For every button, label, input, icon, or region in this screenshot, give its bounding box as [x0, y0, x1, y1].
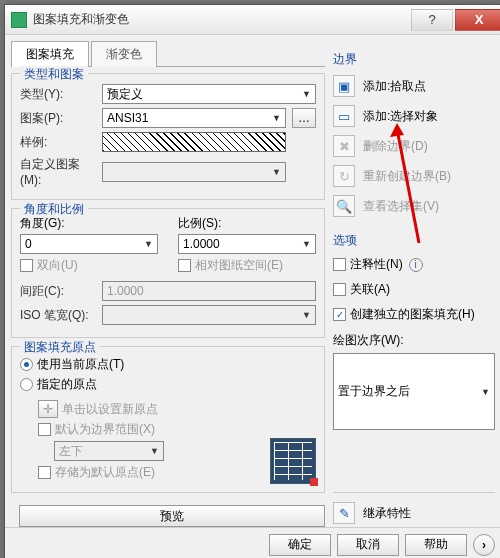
- btn-inherit[interactable]: ✎继承特性: [333, 499, 495, 527]
- label-draw-order: 绘图次序(W):: [333, 332, 495, 349]
- input-spacing-value: 1.0000: [107, 284, 144, 298]
- check-separate-label: 创建独立的图案填充(H): [350, 306, 475, 323]
- tab-strip: 图案填充 渐变色: [11, 41, 325, 67]
- group-origin: 图案填充原点 使用当前原点(T) 指定的原点 ✛单击以设置新原点 默认为边界范围…: [11, 346, 325, 493]
- window-title: 图案填充和渐变色: [33, 11, 409, 28]
- group-type-pattern: 类型和图案 类型(Y): 预定义▼ 图案(P): ANSI31▼ … 样例: 自…: [11, 73, 325, 200]
- combo-draw-order-value: 置于边界之后: [338, 383, 410, 400]
- app-icon: [11, 12, 27, 28]
- group-title: 角度和比例: [20, 201, 88, 218]
- radio-specified-label: 指定的原点: [37, 376, 97, 393]
- check-separate[interactable]: ✓创建独立的图案填充(H): [333, 306, 495, 323]
- combo-origin-pos: 左下▼: [54, 441, 164, 461]
- recreate-boundary-icon: ↻: [333, 165, 355, 187]
- view-selection-icon: 🔍: [333, 195, 355, 217]
- btn-add-pick-label: 添加:拾取点: [363, 78, 426, 95]
- tab-gradient[interactable]: 渐变色: [91, 41, 157, 67]
- dialog-window: 图案填充和渐变色 ? X 图案填充 渐变色 类型和图案 类型(Y): 预定义▼ …: [4, 4, 500, 558]
- help-button[interactable]: ?: [411, 9, 453, 31]
- pattern-browse-button[interactable]: …: [292, 108, 316, 128]
- btn-add-select-label: 添加:选择对象: [363, 108, 438, 125]
- label-scale: 比例(S):: [178, 215, 316, 232]
- label-spacing: 间距(C):: [20, 283, 96, 300]
- chevron-down-icon: ▼: [302, 239, 311, 249]
- chevron-right-icon: ›: [482, 538, 486, 552]
- radio-specified[interactable]: 指定的原点: [20, 376, 316, 393]
- combo-angle[interactable]: 0▼: [20, 234, 158, 254]
- label-type: 类型(Y):: [20, 86, 96, 103]
- btn-recreate-boundary: ↻重新创建边界(B): [333, 162, 495, 190]
- boundary-title: 边界: [333, 51, 495, 68]
- radio-use-current[interactable]: 使用当前原点(T): [20, 356, 316, 373]
- chevron-down-icon: ▼: [481, 387, 490, 397]
- check-store-default-label: 存储为默认原点(E): [55, 464, 155, 481]
- combo-scale-value: 1.0000: [183, 237, 220, 251]
- check-annotative-label: 注释性(N): [350, 256, 403, 273]
- ok-button-label: 确定: [288, 536, 312, 553]
- ok-button[interactable]: 确定: [269, 534, 331, 556]
- radio-use-current-label: 使用当前原点(T): [37, 356, 124, 373]
- cancel-button-label: 取消: [356, 536, 380, 553]
- check-double[interactable]: 双向(U): [20, 257, 158, 274]
- tab-hatch[interactable]: 图案填充: [11, 41, 89, 67]
- group-angle-scale: 角度和比例 角度(G): 0▼ 双向(U) 比例(S): 1.0000▼ 相对图…: [11, 208, 325, 338]
- combo-draw-order[interactable]: 置于边界之后▼: [333, 353, 495, 430]
- group-title: 类型和图案: [20, 66, 88, 83]
- right-panel: 边界 ▣添加:拾取点 ▭添加:选择对象 ✖删除边界(D) ↻重新创建边界(B) …: [329, 41, 497, 527]
- check-default-extent: 默认为边界范围(X): [38, 421, 260, 438]
- combo-pattern-value: ANSI31: [107, 111, 148, 125]
- label-iso-pen: ISO 笔宽(Q):: [20, 307, 96, 324]
- crosshair-icon: ✛: [38, 400, 58, 418]
- sample-swatch[interactable]: [102, 132, 286, 152]
- chevron-down-icon: ▼: [150, 446, 159, 456]
- combo-custom: ▼: [102, 162, 286, 182]
- btn-add-select[interactable]: ▭添加:选择对象: [333, 102, 495, 130]
- btn-viewsel-label: 查看选择集(V): [363, 198, 439, 215]
- label-sample: 样例:: [20, 134, 96, 151]
- title-bar: 图案填充和渐变色 ? X: [5, 5, 500, 35]
- combo-origin-pos-value: 左下: [59, 443, 83, 460]
- chevron-down-icon: ▼: [144, 239, 153, 249]
- label-custom: 自定义图案(M):: [20, 156, 96, 187]
- chevron-down-icon: ▼: [302, 310, 311, 320]
- combo-iso-pen: ▼: [102, 305, 316, 325]
- close-button[interactable]: X: [455, 9, 500, 31]
- chevron-down-icon: ▼: [272, 167, 281, 177]
- left-panel: 图案填充 渐变色 类型和图案 类型(Y): 预定义▼ 图案(P): ANSI31…: [11, 41, 325, 527]
- dialog-footer: 确定 取消 帮助 ›: [5, 527, 500, 558]
- remove-boundary-icon: ✖: [333, 135, 355, 157]
- select-object-icon: ▭: [333, 105, 355, 127]
- combo-scale[interactable]: 1.0000▼: [178, 234, 316, 254]
- check-store-default: 存储为默认原点(E): [38, 464, 260, 481]
- preview-button-label: 预览: [160, 508, 184, 525]
- click-new-label: 单击以设置新原点: [62, 401, 158, 418]
- chevron-down-icon: ▼: [302, 89, 311, 99]
- group-title: 图案填充原点: [20, 339, 100, 356]
- expand-button[interactable]: ›: [473, 534, 495, 556]
- btn-remove-boundary: ✖删除边界(D): [333, 132, 495, 160]
- btn-view-selection: 🔍查看选择集(V): [333, 192, 495, 220]
- combo-type-value: 预定义: [107, 86, 143, 103]
- check-relative[interactable]: 相对图纸空间(E): [178, 257, 316, 274]
- check-relative-label: 相对图纸空间(E): [195, 257, 283, 274]
- btn-add-pick[interactable]: ▣添加:拾取点: [333, 72, 495, 100]
- cancel-button[interactable]: 取消: [337, 534, 399, 556]
- input-spacing: 1.0000: [102, 281, 316, 301]
- options-title: 选项: [333, 232, 495, 249]
- combo-pattern[interactable]: ANSI31▼: [102, 108, 286, 128]
- combo-type[interactable]: 预定义▼: [102, 84, 316, 104]
- pick-point-icon: ▣: [333, 75, 355, 97]
- inherit-icon: ✎: [333, 502, 355, 524]
- check-assoc[interactable]: 关联(A): [333, 281, 495, 298]
- info-icon[interactable]: i: [409, 258, 423, 272]
- check-assoc-label: 关联(A): [350, 281, 390, 298]
- check-annotative[interactable]: 注释性(N)i: [333, 256, 495, 273]
- origin-preview-icon: [270, 438, 316, 484]
- btn-recreate-label: 重新创建边界(B): [363, 168, 451, 185]
- btn-click-new-origin: ✛单击以设置新原点: [38, 400, 260, 418]
- help-button-footer[interactable]: 帮助: [405, 534, 467, 556]
- chevron-down-icon: ▼: [272, 113, 281, 123]
- btn-remove-label: 删除边界(D): [363, 138, 428, 155]
- preview-button[interactable]: 预览: [19, 505, 325, 527]
- label-pattern: 图案(P):: [20, 110, 96, 127]
